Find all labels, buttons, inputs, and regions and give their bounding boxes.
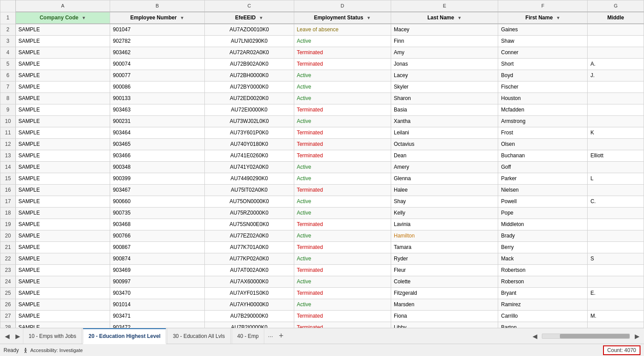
cell-middle-13[interactable]: Elliott [588, 150, 644, 162]
cell-efeeeid-12[interactable]: AU740Y0180K0 [204, 139, 294, 150]
cell-first-name-28[interactable]: Barton [498, 322, 588, 328]
cell-company-code-4[interactable]: SAMPLE [15, 47, 110, 59]
accessibility-btn[interactable]: Accessibility: Investigate [22, 347, 83, 353]
cell-employment-status-19[interactable]: Terminated [294, 219, 391, 230]
cell-efeeeid-13[interactable]: AU741E0260K0 [204, 150, 294, 162]
cell-last-name-25[interactable]: Fitzgerald [391, 288, 498, 299]
cell-employee-number-12[interactable]: 903465 [110, 139, 205, 150]
cell-first-name-2[interactable]: Gaines [498, 24, 588, 36]
cell-employee-number-27[interactable]: 903471 [110, 311, 205, 322]
cell-employment-status-3[interactable]: Active [294, 36, 391, 47]
cell-employment-status-13[interactable]: Terminated [294, 150, 391, 162]
cell-middle-15[interactable]: L [588, 173, 644, 185]
tab-education-highest-level[interactable]: 20 - Education Highest Level [83, 328, 166, 344]
cell-company-code-6[interactable]: SAMPLE [15, 70, 110, 82]
cell-employee-number-23[interactable]: 903469 [110, 265, 205, 276]
cell-middle-3[interactable] [588, 36, 644, 47]
cell-company-code-20[interactable]: SAMPLE [15, 230, 110, 242]
cell-employment-status-27[interactable]: Terminated [294, 311, 391, 322]
cell-first-name-21[interactable]: Berry [498, 242, 588, 253]
cell-last-name-20[interactable]: Hamilton [391, 230, 498, 242]
cell-company-code-28[interactable]: SAMPLE [15, 322, 110, 328]
col-letter-c[interactable]: C [204, 0, 294, 12]
cell-company-code-21[interactable]: SAMPLE [15, 242, 110, 253]
filter-icon-c[interactable]: ▼ [259, 13, 263, 22]
cell-company-code-11[interactable]: SAMPLE [15, 127, 110, 139]
cell-efeeeid-27[interactable]: AU7B290000K0 [204, 311, 294, 322]
cell-efeeeid-15[interactable]: AU74490290K0 [204, 173, 294, 185]
col-letter-a[interactable]: A [15, 0, 110, 12]
cell-company-code-7[interactable]: SAMPLE [15, 82, 110, 93]
cell-first-name-22[interactable]: Mack [498, 253, 588, 265]
cell-employee-number-22[interactable]: 900874 [110, 253, 205, 265]
cell-efeeeid-19[interactable]: AU75SN00E0K0 [204, 219, 294, 230]
cell-last-name-15[interactable]: Glenna [391, 173, 498, 185]
cell-first-name-20[interactable]: Brady [498, 230, 588, 242]
cell-middle-9[interactable] [588, 104, 644, 116]
cell-middle-23[interactable] [588, 265, 644, 276]
cell-employee-number-13[interactable]: 903466 [110, 150, 205, 162]
col-letter-g[interactable]: G [588, 0, 644, 12]
col-letter-d[interactable]: D [294, 0, 391, 12]
cell-company-code-9[interactable]: SAMPLE [15, 104, 110, 116]
col-header-first-name[interactable]: First Name ▼ [498, 12, 588, 24]
cell-middle-16[interactable] [588, 185, 644, 196]
cell-last-name-18[interactable]: Kelly [391, 208, 498, 219]
cell-employee-number-11[interactable]: 903464 [110, 127, 205, 139]
cell-last-name-17[interactable]: Shay [391, 196, 498, 208]
cell-first-name-10[interactable]: Armstrong [498, 116, 588, 127]
cell-last-name-12[interactable]: Octavius [391, 139, 498, 150]
cell-last-name-13[interactable]: Dean [391, 150, 498, 162]
col-header-employment-status[interactable]: Employment Status ▼ [294, 12, 391, 24]
cell-first-name-26[interactable]: Ramirez [498, 299, 588, 311]
cell-employee-number-20[interactable]: 900766 [110, 230, 205, 242]
cell-first-name-3[interactable]: Shaw [498, 36, 588, 47]
cell-company-code-16[interactable]: SAMPLE [15, 185, 110, 196]
cell-middle-10[interactable] [588, 116, 644, 127]
cell-employment-status-11[interactable]: Terminated [294, 127, 391, 139]
cell-last-name-3[interactable]: Finn [391, 36, 498, 47]
cell-first-name-15[interactable]: Parker [498, 173, 588, 185]
cell-efeeeid-2[interactable]: AU7AZO0010K0 [204, 24, 294, 36]
cell-middle-24[interactable] [588, 276, 644, 288]
cell-efeeeid-3[interactable]: AU7LNI0290K0 [204, 36, 294, 47]
cell-company-code-10[interactable]: SAMPLE [15, 116, 110, 127]
cell-last-name-6[interactable]: Lacey [391, 70, 498, 82]
cell-efeeeid-28[interactable]: AU7B2I0000K0 [204, 322, 294, 328]
cell-employment-status-18[interactable]: Active [294, 208, 391, 219]
col-header-employee-number[interactable]: Employee Number ▼ [110, 12, 205, 24]
cell-employee-number-14[interactable]: 900348 [110, 162, 205, 173]
filter-icon-b[interactable]: ▼ [180, 13, 184, 22]
cell-efeeeid-21[interactable]: AU77K701A0K0 [204, 242, 294, 253]
cell-employee-number-25[interactable]: 903470 [110, 288, 205, 299]
cell-middle-26[interactable] [588, 299, 644, 311]
cell-employee-number-5[interactable]: 900074 [110, 59, 205, 70]
cell-last-name-28[interactable]: Libby [391, 322, 498, 328]
cell-employment-status-23[interactable]: Terminated [294, 265, 391, 276]
cell-middle-6[interactable]: J. [588, 70, 644, 82]
cell-middle-7[interactable] [588, 82, 644, 93]
cell-first-name-23[interactable]: Robertson [498, 265, 588, 276]
tab-education-all-lvls[interactable]: 30 - Education All Lvls [167, 328, 230, 344]
cell-company-code-13[interactable]: SAMPLE [15, 150, 110, 162]
cell-last-name-24[interactable]: Colette [391, 276, 498, 288]
cell-company-code-12[interactable]: SAMPLE [15, 139, 110, 150]
cell-last-name-22[interactable]: Ryder [391, 253, 498, 265]
cell-efeeeid-18[interactable]: AU75RZ0000K0 [204, 208, 294, 219]
sheet-scrollbar[interactable] [542, 334, 630, 339]
cell-company-code-24[interactable]: SAMPLE [15, 276, 110, 288]
cell-efeeeid-16[interactable]: AU75IT02A0K0 [204, 185, 294, 196]
cell-middle-20[interactable] [588, 230, 644, 242]
cell-efeeeid-22[interactable]: AU77KP02A0K0 [204, 253, 294, 265]
cell-middle-17[interactable]: C. [588, 196, 644, 208]
cell-employment-status-14[interactable]: Active [294, 162, 391, 173]
cell-employment-status-5[interactable]: Terminated [294, 59, 391, 70]
cell-efeeeid-5[interactable]: AU72B902A0K0 [204, 59, 294, 70]
cell-employee-number-9[interactable]: 903463 [110, 104, 205, 116]
cell-employment-status-26[interactable]: Active [294, 299, 391, 311]
cell-employee-number-16[interactable]: 903467 [110, 185, 205, 196]
cell-efeeeid-9[interactable]: AU72EI0000K0 [204, 104, 294, 116]
cell-employment-status-22[interactable]: Active [294, 253, 391, 265]
col-letter-e[interactable]: E [391, 0, 498, 12]
cell-employment-status-6[interactable]: Active [294, 70, 391, 82]
